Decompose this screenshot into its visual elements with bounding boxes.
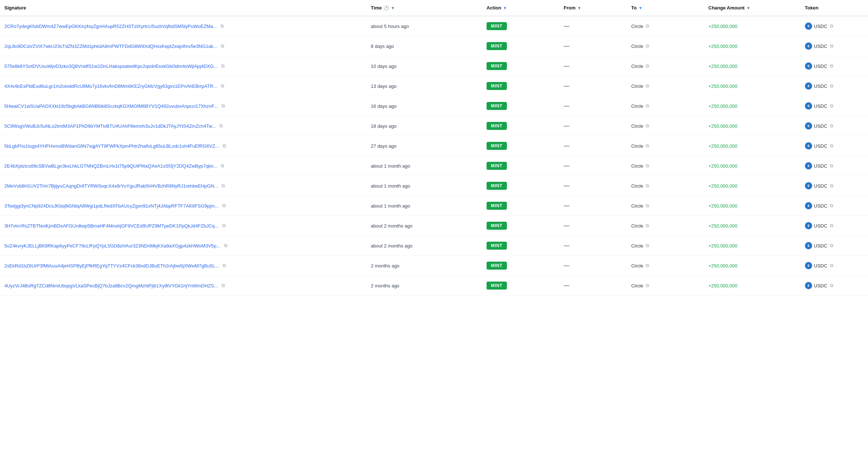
col-header-change-amount[interactable]: Change Amount ▼ (704, 0, 801, 16)
signature-link[interactable]: 2MeVvb8H1UV2THn7BjijyuCAqngDr8TYRWSvqcX4… (4, 183, 218, 189)
usdc-icon: $ (805, 122, 812, 130)
signature-link[interactable]: 575e8k8YSotDVUxuWjvD3zko3Q8VnidfS1w1DnLH… (4, 64, 218, 69)
copy-token-button[interactable]: ⧉ (829, 82, 834, 90)
change-amount-cell: +250,000,000 (704, 36, 801, 56)
signature-link[interactable]: 3H7vtrrrRs2TBTNoiKjmBDsAFGUrdtwp5BmaHF4M… (4, 223, 219, 229)
signature-link[interactable]: 5C9WsgVWuBJc5uNLo2tmiM3AP1PhD9bYMTivBTU4… (4, 123, 216, 129)
to-cell: Circle ⧉ (627, 276, 704, 296)
signature-cell: 2MeVvb8H1UV2THn7BjijyuCAqngDr8TYRWSvqcX4… (0, 176, 367, 196)
copy-to-button[interactable]: ⧉ (645, 102, 650, 110)
copy-signature-button[interactable]: ⧉ (220, 162, 225, 169)
copy-signature-button[interactable]: ⧉ (219, 122, 223, 130)
copy-token-button[interactable]: ⧉ (829, 242, 834, 249)
copy-to-button[interactable]: ⧉ (645, 22, 650, 30)
copy-signature-button[interactable]: ⧉ (222, 142, 227, 150)
to-cell: Circle ⧉ (627, 136, 704, 156)
copy-to-button[interactable]: ⧉ (645, 202, 650, 209)
change-amount-value: +250,000,000 (708, 83, 737, 89)
col-header-to[interactable]: To ▼ (627, 0, 704, 16)
copy-token-button[interactable]: ⧉ (829, 122, 834, 130)
signature-link[interactable]: 4UyzVrJ4BsRgTZCd8NmiUbspgVLkaSPecBjQ7bJz… (4, 283, 218, 288)
from-filter-icon[interactable]: ▼ (577, 6, 581, 10)
copy-token-button[interactable]: ⧉ (829, 42, 834, 50)
time-cell: 8 days ago (367, 36, 482, 56)
copy-to-button[interactable]: ⧉ (645, 82, 650, 90)
copy-to-button[interactable]: ⧉ (645, 242, 650, 249)
copy-signature-button[interactable]: ⧉ (222, 262, 227, 269)
time-cell: 27 days ago (367, 136, 482, 156)
signature-link[interactable]: 5HwaiCV1wSUaPADXXkt19z5bgbAkBG6NB6ib8Scz… (4, 103, 218, 109)
action-filter-icon[interactable]: ▼ (503, 6, 507, 10)
change-amount-cell: +250,000,000 (704, 256, 801, 276)
copy-to-button[interactable]: ⧉ (645, 282, 650, 289)
col-header-time[interactable]: Time 🕐 ▼ (367, 0, 482, 16)
copy-signature-button[interactable]: ⧉ (220, 82, 225, 90)
copy-token-button[interactable]: ⧉ (829, 102, 834, 110)
signature-link[interactable]: 2E4bXptztcs89cSBVwBLgn3kxLhkLGTNNQZBmLHx… (4, 163, 217, 169)
col-header-from[interactable]: From ▼ (559, 0, 627, 16)
change-amount-cell: +250,000,000 (704, 136, 801, 156)
transactions-table-container: Signature Time 🕐 ▼ Action ▼ (0, 0, 868, 296)
col-header-signature: Signature (0, 0, 367, 16)
copy-to-button[interactable]: ⧉ (645, 62, 650, 70)
copy-signature-button[interactable]: ⧉ (220, 62, 225, 70)
col-header-action[interactable]: Action ▼ (482, 0, 559, 16)
copy-token-button[interactable]: ⧉ (829, 282, 834, 289)
copy-to-button[interactable]: ⧉ (645, 162, 650, 169)
usdc-icon: $ (805, 202, 812, 209)
copy-signature-button[interactable]: ⧉ (223, 242, 228, 249)
from-cell: — (559, 36, 627, 56)
copy-token-button[interactable]: ⧉ (829, 222, 834, 229)
to-filter-icon[interactable]: ▼ (638, 6, 642, 10)
to-value: Circle (631, 44, 643, 49)
token-value: USDC (814, 44, 827, 49)
change-amount-value: +250,000,000 (708, 64, 737, 69)
to-value: Circle (631, 183, 643, 189)
copy-token-button[interactable]: ⧉ (829, 262, 834, 269)
copy-to-button[interactable]: ⧉ (645, 222, 650, 229)
copy-signature-button[interactable]: ⧉ (221, 282, 226, 289)
copy-signature-button[interactable]: ⧉ (222, 222, 226, 229)
to-value: Circle (631, 123, 643, 129)
copy-token-button[interactable]: ⧉ (829, 142, 834, 150)
copy-signature-button[interactable]: ⧉ (220, 42, 225, 50)
copy-signature-button[interactable]: ⧉ (220, 22, 224, 30)
signature-cell: 5HwaiCV1wSUaPADXXkt19z5bgbAkBG6NB6ib8Scz… (0, 96, 367, 116)
usdc-icon: $ (805, 102, 812, 110)
signature-link[interactable]: 5oZ4kvryKJELLjBK8RKap6yyPeCF79cLfFpQYpL5… (4, 243, 220, 249)
change-amount-value: +250,000,000 (708, 183, 737, 189)
copy-signature-button[interactable]: ⧉ (222, 202, 226, 209)
copy-signature-button[interactable]: ⧉ (221, 182, 226, 189)
copy-signature-button[interactable]: ⧉ (221, 102, 226, 110)
change-amount-cell: +250,000,000 (704, 156, 801, 176)
copy-token-button[interactable]: ⧉ (829, 22, 834, 30)
action-cell: MINT (482, 136, 559, 156)
copy-to-button[interactable]: ⧉ (645, 142, 650, 150)
change-filter-icon[interactable]: ▼ (747, 6, 751, 10)
copy-to-button[interactable]: ⧉ (645, 42, 650, 50)
signature-link[interactable]: 2CRo7ydegKfubDWm4Z7wwEpGKKicj4syZgnHAupR… (4, 24, 217, 29)
token-value: USDC (814, 143, 827, 149)
token-value: USDC (814, 123, 827, 129)
copy-to-button[interactable]: ⧉ (645, 182, 650, 189)
signature-link[interactable]: 3Tedggi3ynCNp924DcsJKbq9iGNtqA8Wgi1pdLRe… (4, 203, 219, 209)
signature-link[interactable]: 2sEkRd1bZ6UrP3fMtAuuA4jeHSPByEjPfkREgYqT… (4, 263, 219, 269)
copy-token-button[interactable]: ⧉ (829, 182, 834, 189)
time-value: 8 days ago (371, 44, 394, 49)
table-row: 2MeVvb8H1UV2THn7BjijyuCAqngDr8TYRWSvqcX4… (0, 176, 868, 196)
copy-token-button[interactable]: ⧉ (829, 202, 834, 209)
copy-to-button[interactable]: ⧉ (645, 262, 650, 269)
token-value: USDC (814, 24, 827, 29)
change-amount-value: +250,000,000 (708, 263, 737, 269)
time-filter-icon[interactable]: ▼ (391, 6, 395, 10)
time-clock-icon: 🕐 (384, 5, 389, 11)
mint-badge: MINT (487, 202, 507, 210)
copy-token-button[interactable]: ⧉ (829, 62, 834, 70)
from-value: — (564, 63, 570, 69)
mint-badge: MINT (487, 222, 507, 230)
copy-to-button[interactable]: ⧉ (645, 122, 650, 130)
copy-token-button[interactable]: ⧉ (829, 162, 834, 169)
signature-link[interactable]: 2qL8o9DCaVZViX7wkU23sTdZN3ZZMd1phkdA8mPW… (4, 44, 217, 49)
signature-link[interactable]: 4X4v9cEsPtdEud6uLgr1m2oioddRcU8Mu7y16vkv… (4, 83, 217, 89)
signature-link[interactable]: 5bLgbFhs1tugs4YHFHxmoBWdanG8N7sqjAYT9FWP… (4, 143, 219, 149)
